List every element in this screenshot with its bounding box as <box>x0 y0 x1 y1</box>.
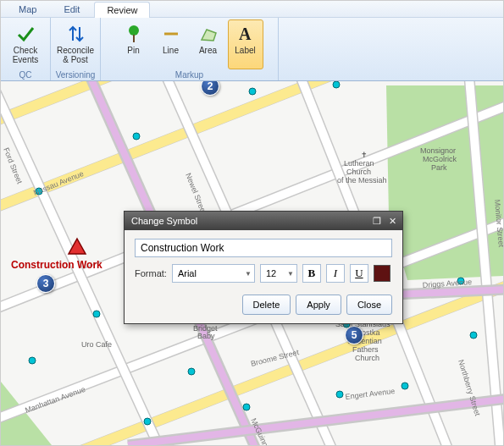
street-newel: Newel Street <box>184 172 208 216</box>
format-label: Format: <box>135 268 167 278</box>
chevron-down-icon: ▼ <box>287 270 294 278</box>
svg-point-40 <box>470 332 477 339</box>
area-button[interactable]: Area <box>191 19 226 69</box>
label-text-input[interactable] <box>135 239 392 257</box>
area-icon <box>198 24 219 44</box>
svg-point-37 <box>402 383 408 389</box>
svg-point-36 <box>336 391 343 398</box>
poi-church2: Saint StanislausKostkaVincentianFathersC… <box>335 320 390 362</box>
group-label-qc: QC <box>19 69 32 80</box>
italic-button[interactable]: I <box>326 264 345 283</box>
change-symbol-dialog: Change Symbol ❐ ✕ Format: Arial ▼ 12 ▼ B… <box>124 211 403 324</box>
svg-point-38 <box>144 418 151 425</box>
svg-text:✝: ✝ <box>361 151 368 159</box>
label-button[interactable]: A Label <box>228 19 263 69</box>
poi-cafe: Uro Cafe <box>81 340 112 349</box>
poi-baby: BridgetBaby <box>193 324 218 340</box>
font-value: Arial <box>178 268 197 278</box>
apply-button[interactable]: Apply <box>296 295 341 315</box>
svg-point-28 <box>133 133 140 140</box>
ribbon-group-markup: Pin Line Area A Label Markup <box>101 18 279 80</box>
area-label: Area <box>199 46 217 55</box>
check-events-label: Check Events <box>13 46 39 64</box>
ribbon-group-versioning: Reconcile & Post Versioning <box>51 18 101 80</box>
bold-button[interactable]: B <box>302 264 321 283</box>
dialog-title: Change Symbol <box>131 216 197 226</box>
chevron-down-icon: ▼ <box>245 270 252 278</box>
check-icon <box>15 24 36 44</box>
reconcile-label: Reconcile & Post <box>57 46 94 64</box>
label-icon: A <box>235 24 256 44</box>
svg-point-35 <box>243 404 250 410</box>
group-label-markup: Markup <box>175 69 203 80</box>
svg-point-30 <box>333 81 340 88</box>
svg-point-32 <box>93 311 100 317</box>
font-size-select[interactable]: 12 ▼ <box>260 264 297 283</box>
underline-button[interactable]: U <box>350 264 368 283</box>
line-icon <box>161 24 181 44</box>
tab-review[interactable]: Review <box>94 2 150 18</box>
street-engert: Engert Avenue <box>345 387 396 401</box>
pin-label: Pin <box>127 46 139 55</box>
marker-label[interactable]: Construction Work <box>11 259 102 271</box>
reconcile-button[interactable]: Reconcile & Post <box>54 19 97 69</box>
pin-icon <box>124 24 144 44</box>
color-swatch[interactable] <box>374 265 390 282</box>
svg-text:A: A <box>239 25 252 43</box>
dialog-titlebar[interactable]: Change Symbol ❐ ✕ <box>125 212 402 230</box>
size-value: 12 <box>266 268 276 278</box>
line-button[interactable]: Line <box>153 19 189 69</box>
line-label: Line <box>163 46 179 55</box>
svg-point-34 <box>188 368 195 375</box>
svg-point-29 <box>249 88 256 95</box>
ribbon-group-qc: Check Events QC <box>1 18 51 80</box>
maximize-icon[interactable]: ❐ <box>370 215 384 227</box>
reconcile-icon <box>65 24 86 44</box>
check-events-button[interactable]: Check Events <box>4 19 47 69</box>
tab-map[interactable]: Map <box>6 1 49 17</box>
font-family-select[interactable]: Arial ▼ <box>172 264 255 283</box>
ribbon: Check Events QC Reconcile & Post Version… <box>1 18 503 81</box>
step-badge-5: 5 <box>345 326 363 344</box>
svg-point-27 <box>29 357 36 364</box>
close-button[interactable]: Close <box>346 295 392 315</box>
step-badge-3: 3 <box>36 274 55 293</box>
label-label: Label <box>235 46 255 55</box>
tab-edit[interactable]: Edit <box>51 1 92 17</box>
tab-strip: Map Edit Review <box>1 1 503 18</box>
group-label-versioning: Versioning <box>56 69 96 80</box>
close-icon[interactable]: ✕ <box>385 215 399 227</box>
svg-point-0 <box>129 25 139 36</box>
pin-button[interactable]: Pin <box>116 19 152 69</box>
delete-button[interactable]: Delete <box>242 295 291 315</box>
